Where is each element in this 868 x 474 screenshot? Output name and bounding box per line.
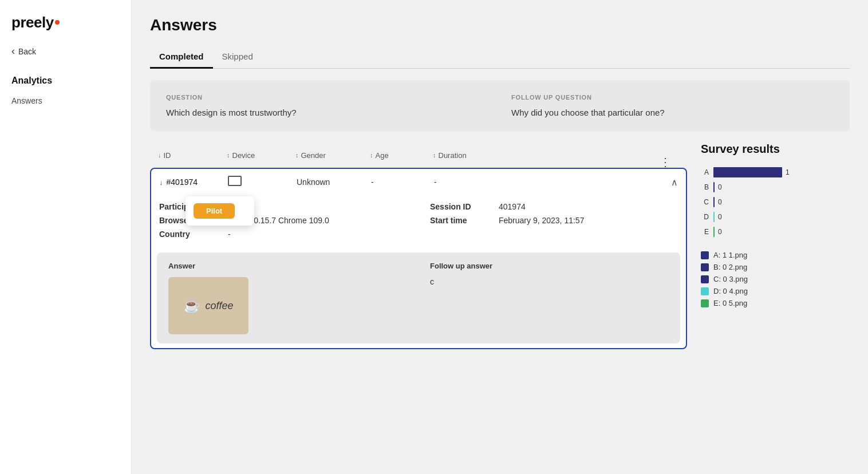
row-gender: Unknown [297,177,371,187]
bar-fill-d [713,212,715,222]
col-header-actions: ⋮ [668,148,679,162]
row-main[interactable]: #401974 Unknown - - ∧ [151,169,686,195]
tab-completed[interactable]: Completed [150,46,213,69]
legend-label: B: 0 2.png [713,263,747,271]
row-duration: - [434,177,514,187]
start-time-label: Start time [430,216,493,225]
page-title: Answers [150,16,850,34]
answer-section: Answer ☕ coffee Follow up answer c [157,252,680,343]
legend-label: C: 0 3.png [713,275,748,283]
followup-text: Why did you choose that particular one? [511,108,834,117]
col-label-age: Age [376,151,389,160]
country-value: - [228,230,231,239]
col-header-device: ↕ Device [227,151,295,160]
bar-container-c: 0 [713,197,850,207]
back-button[interactable]: Back [11,43,120,60]
followup-answer-header: Follow up answer [430,262,669,270]
coffee-cup-icon: ☕ [183,298,200,314]
legend-label: D: 0 4.png [713,287,748,295]
survey-results-title: Survey results [701,143,850,156]
bar-fill-b [713,182,715,192]
legend-color-swatch [701,275,709,283]
logo-dot [55,20,60,25]
col-header-duration: ↕ Duration [433,151,513,160]
coffee-text: coffee [205,300,233,312]
chart-row-d: D0 [701,212,850,222]
question-label: QUESTION [166,94,488,101]
question-card: QUESTION Which design is most trustworth… [150,80,850,131]
bar-container-b: 0 [713,182,850,192]
content-area: ↓ ID ↕ Device ↕ Gender ↕ Age ↕ Duratio [150,143,850,349]
bar-count-c: 0 [718,198,722,206]
detail-start-time: Start time February 9, 2023, 11:57 [430,216,678,225]
col-label-device: Device [232,151,255,160]
col-header-gender: ↕ Gender [295,151,370,160]
row-id: #401974 [159,177,228,187]
bar-count-e: 0 [718,228,722,236]
bar-count-d: 0 [718,213,722,221]
bar-fill-e [713,227,715,237]
answer-col: Answer ☕ coffee [168,262,407,334]
bar-container-d: 0 [713,212,850,222]
col-label-id: ID [164,151,171,160]
pilot-badge: Pilot [194,203,235,219]
legend-item: C: 0 3.png [701,275,850,283]
legend-color-swatch [701,263,709,271]
chart-row-c: C0 [701,197,850,207]
answer-columns: Answer ☕ coffee Follow up answer c [168,262,669,334]
table-area: ↓ ID ↕ Device ↕ Gender ↕ Age ↕ Duratio [150,143,687,349]
table-row: #401974 Unknown - - ∧ Pilot Particip [150,168,687,349]
row-device [228,176,297,188]
bar-count-a: 1 [786,168,790,176]
sort-arrow-gender: ↕ [295,152,299,159]
followup-answer-text: c [430,277,669,286]
legend-color-swatch [701,251,709,259]
question-text: Which design is most trustworthy? [166,108,488,117]
more-options-button[interactable]: ⋮ [660,155,671,169]
sidebar-item-answers[interactable]: Answers [11,93,120,109]
legend-item: E: 0 5.png [701,299,850,307]
chart-row-b: B0 [701,182,850,192]
chart-label-e: E [701,228,709,236]
session-id-value: 401974 [499,202,526,211]
col-header-age: ↕ Age [370,151,433,160]
legend-label: A: 1 1.png [713,251,747,259]
legend-item: B: 0 2.png [701,263,850,271]
sort-arrow-age: ↕ [370,152,373,159]
col-label-gender: Gender [301,151,326,160]
country-label: Country [159,230,222,239]
start-time-value: February 9, 2023, 11:57 [499,216,584,225]
chart-label-d: D [701,213,709,221]
logo: preely [11,14,120,31]
col-label-duration: Duration [439,151,467,160]
bar-fill-c [713,197,715,207]
table-header: ↓ ID ↕ Device ↕ Gender ↕ Age ↕ Duratio [150,143,687,168]
legend-color-swatch [701,299,709,307]
row-expand-chevron[interactable]: ∧ [671,177,678,188]
question-section: QUESTION Which design is most trustworth… [166,94,488,117]
tab-skipped[interactable]: Skipped [213,46,262,69]
bar-count-b: 0 [718,183,722,191]
legend-color-swatch [701,287,709,295]
legend-label: E: 0 5.png [713,299,747,307]
followup-label: FOLLOW UP QUESTION [511,94,834,101]
sidebar-analytics-title: Analytics [11,76,120,86]
followup-section: FOLLOW UP QUESTION Why did you choose th… [511,94,834,117]
chart-legend: A: 1 1.pngB: 0 2.pngC: 0 3.pngD: 0 4.png… [701,251,850,307]
answer-image: ☕ coffee [168,277,248,334]
detail-session-id: Session ID 401974 [430,202,678,211]
chart-label-c: C [701,198,709,206]
tabs: Completed Skipped [150,46,850,69]
answer-header: Answer [168,262,407,270]
sidebar: preely Back Analytics Answers [0,0,132,474]
sort-arrow-duration: ↕ [433,152,436,159]
row-age: - [371,177,434,187]
chart-row-a: A1 [701,167,850,177]
pilot-tooltip: Pilot [186,196,254,226]
followup-col: Follow up answer c [430,262,669,334]
chart-area: A1B0C0D0E0 [701,167,850,237]
sort-arrow-device: ↕ [227,152,230,159]
session-id-label: Session ID [430,202,493,211]
chart-row-e: E0 [701,227,850,237]
detail-country: Country - [159,230,407,239]
